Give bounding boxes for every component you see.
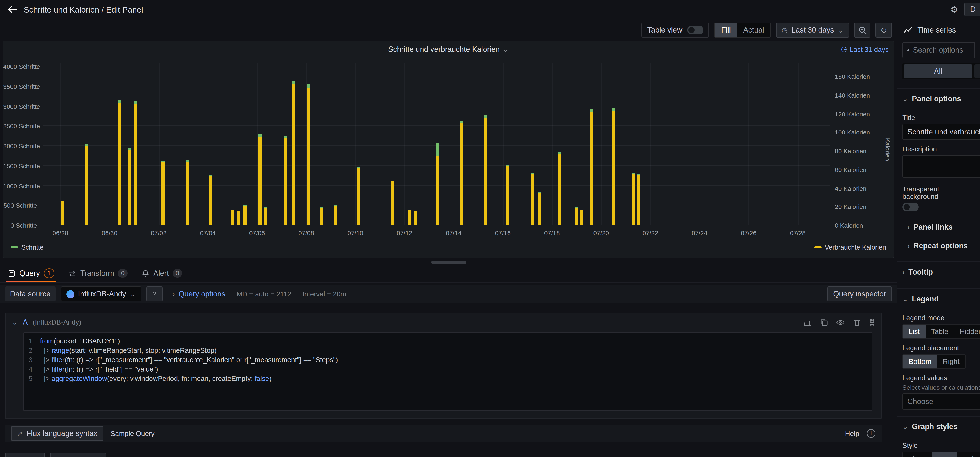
query-inspector-button[interactable]: Query inspector	[827, 286, 892, 301]
grid-line-v	[355, 63, 356, 225]
panel-resize-handle[interactable]	[431, 261, 466, 264]
bar-kalorien	[590, 112, 593, 225]
right-axis-title: Kalorien	[884, 138, 891, 161]
histogram-icon[interactable]	[803, 318, 812, 326]
legend-item-schritte[interactable]: Schritte	[11, 243, 44, 251]
grid-line-v	[798, 63, 799, 225]
query-options-toggle[interactable]: › Query options	[172, 290, 225, 298]
zoom-out-icon	[858, 26, 867, 34]
search-icon	[907, 46, 909, 54]
bar-kalorien	[575, 208, 578, 225]
bar-kalorien	[307, 87, 310, 225]
search-input[interactable]	[913, 46, 970, 54]
datasource-name: InfluxDB-Andy	[78, 290, 126, 298]
panel-links-collapsible[interactable]: › Panel links	[897, 217, 980, 236]
panel-options-sidebar: Time series All ⌄ Panel options Title De…	[897, 19, 980, 457]
y-tick-label-left: 1500 Schritte	[3, 163, 37, 170]
fill-option[interactable]: Fill	[715, 23, 737, 37]
section-tooltip[interactable]: › Tooltip	[897, 262, 980, 282]
timeseries-icon	[904, 26, 912, 34]
repeat-options-collapsible[interactable]: › Repeat options	[897, 236, 980, 255]
chevron-right-icon: ›	[907, 224, 910, 230]
style-points[interactable]: Points	[958, 452, 980, 457]
section-graph-styles[interactable]: ⌄ Graph styles	[897, 416, 980, 436]
x-tick-label: 07/28	[784, 230, 812, 236]
section-legend[interactable]: ⌄ Legend	[897, 288, 980, 309]
panel-description-input[interactable]	[902, 155, 980, 178]
line-number: 5	[24, 374, 40, 383]
flux-syntax-button[interactable]: ↗ Flux language syntax	[11, 426, 103, 441]
legend-item-kalorien[interactable]: Verbrauchte Kalorien	[814, 243, 886, 251]
options-search[interactable]	[902, 42, 975, 58]
duplicate-icon[interactable]	[820, 318, 828, 326]
query-row-header[interactable]: ⌄ A (InfluxDB-Andy)	[6, 313, 881, 331]
bar-kalorien	[243, 206, 247, 225]
info-icon[interactable]: i	[867, 429, 875, 438]
line-number: 2	[24, 346, 40, 355]
discard-button[interactable]: D	[964, 3, 980, 16]
style-lines[interactable]: Lines	[903, 452, 932, 457]
bar-kalorien	[128, 150, 131, 225]
grid-line-v	[601, 63, 602, 225]
external-link-icon: ↗	[17, 430, 23, 437]
code-text: |> filter(fn: (r) => r["_measurement"] =…	[40, 355, 338, 365]
trash-icon[interactable]	[853, 318, 861, 326]
panel-settings-gear-icon[interactable]: ⚙	[950, 5, 958, 14]
section-panel-options[interactable]: ⌄ Panel options	[897, 88, 980, 109]
panel-title-input[interactable]	[902, 124, 980, 140]
refresh-button[interactable]: ↻	[875, 22, 892, 38]
filter-all[interactable]: All	[904, 64, 972, 78]
clock-icon: ◷	[841, 45, 847, 53]
eye-icon[interactable]	[836, 318, 845, 326]
legend-mode-hidden[interactable]: Hidden	[954, 325, 980, 338]
legend-placement-bottom[interactable]: Bottom	[903, 355, 937, 368]
table-view-group: Table view	[642, 22, 709, 38]
zoom-out-button[interactable]	[854, 22, 870, 38]
bottom-actions: + Query + Expression	[5, 453, 892, 457]
tab-transform[interactable]: Transform 0	[67, 265, 129, 282]
add-expression-button[interactable]: + Expression	[50, 453, 107, 457]
table-view-toggle[interactable]	[687, 25, 703, 34]
code-text: from(bucket: "DBANDY1")	[40, 336, 120, 346]
legend-mode-table[interactable]: Table	[926, 325, 954, 338]
time-range-picker[interactable]: ◷ Last 30 days ⌄	[776, 22, 849, 38]
grid-line-v	[306, 63, 307, 225]
filter-overrides-clipped[interactable]	[974, 64, 980, 78]
add-query-button[interactable]: + Query	[5, 453, 45, 457]
actual-option[interactable]: Actual	[737, 23, 770, 37]
bar-kalorien	[506, 167, 510, 225]
bar-kalorien	[291, 84, 294, 225]
transparent-background-toggle[interactable]	[902, 203, 919, 211]
grid-line-v	[503, 63, 504, 225]
collapse-chevron-icon[interactable]: ⌄	[12, 319, 18, 326]
back-arrow-icon[interactable]	[8, 5, 18, 14]
style-bars[interactable]: Bars	[932, 452, 958, 457]
tab-label: Query	[19, 269, 40, 278]
tab-label: Alert	[153, 269, 169, 278]
code-text: |> range(start: v.timeRangeStart, stop: …	[40, 346, 217, 355]
chart-area: Kalorien 0 Schritte500 Schritte1000 Schr…	[3, 57, 894, 241]
panel-time-override: ◷ Last 31 days	[841, 45, 889, 53]
y-tick-label-right: 20 Kalorien	[835, 203, 867, 210]
query-options-label: Query options	[178, 290, 225, 298]
panel-header[interactable]: Schritte und verbrauchte Kalorien ⌄ ◷ La…	[3, 41, 894, 57]
visualization-picker[interactable]: Time series	[897, 19, 980, 40]
sample-query-button[interactable]: Sample Query	[111, 430, 154, 437]
drag-handle-icon[interactable]	[869, 318, 875, 326]
legend-values-select[interactable]: Choose	[902, 394, 980, 410]
datasource-help-button[interactable]: ?	[146, 286, 162, 301]
panel-title[interactable]: Schritte und verbrauchte Kalorien	[388, 45, 500, 54]
legend-values-label: Legend values	[902, 374, 975, 381]
x-tick-label: 06/28	[46, 230, 74, 236]
legend-mode-list[interactable]: List	[903, 325, 926, 338]
tab-query[interactable]: Query 1	[6, 265, 56, 282]
grid-line-v	[110, 63, 110, 225]
plus-icon: +	[56, 456, 60, 457]
query-datasource-hint: (InfluxDB-Andy)	[33, 318, 81, 326]
datasource-picker[interactable]: InfluxDB-Andy ⌄	[60, 286, 141, 301]
legend-placement-right[interactable]: Right	[937, 355, 965, 368]
tab-alert[interactable]: Alert 0	[140, 265, 184, 282]
flux-code-editor[interactable]: 1from(bucket: "DBANDY1")2 |> range(start…	[23, 332, 872, 411]
help-button[interactable]: Help	[845, 430, 859, 437]
line-number: 3	[24, 355, 40, 365]
